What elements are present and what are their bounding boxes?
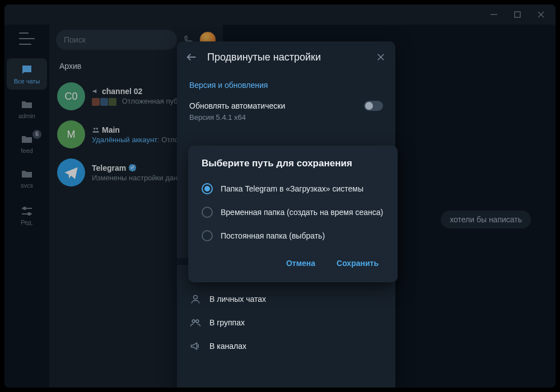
radio-label: Постоянная папка (выбрать) [221,231,325,240]
folder-badge: 6 [32,130,41,139]
svg-point-3 [24,207,26,209]
svg-point-8 [194,295,198,299]
radio-option-permanent[interactable]: Постоянная папка (выбрать) [190,224,395,248]
search-input[interactable]: Поиск [56,30,177,50]
folder-feed[interactable]: 6 feed [7,128,47,159]
svg-point-6 [94,127,96,129]
row-sub-version: Версия 5.4.1 x64 [177,113,395,129]
svg-point-5 [28,213,30,215]
svg-point-7 [96,127,99,129]
close-button[interactable] [374,50,388,64]
folder-icon [19,99,35,111]
radio-option-temp[interactable]: Временная папка (создать на время сеанса… [190,200,395,224]
radio-icon [202,183,213,194]
chat-avatar [57,158,85,186]
radio-option-downloads[interactable]: Папка Telegram в «Загрузках» системы [190,177,395,200]
archive-label: Архив [59,62,81,71]
folder-icon [19,168,35,180]
window-minimize-button[interactable] [483,7,505,22]
folder-label: svcs [21,182,33,189]
folder-all-chats[interactable]: Все чаты [7,58,47,90]
row-media-private[interactable]: В личных чатах [177,287,395,311]
empty-hint: хотели бы написать [441,211,531,228]
folder-sidebar: Все чаты admin 6 feed svcs [4,25,49,388]
svg-rect-1 [515,12,520,17]
row-label: В личных чатах [209,295,266,304]
save-button[interactable]: Сохранить [332,255,383,271]
radio-icon [202,230,213,241]
user-icon [189,293,202,305]
media-thumbnails [92,98,116,106]
megaphone-icon [92,87,100,95]
back-button[interactable] [185,50,198,64]
svg-point-10 [196,320,199,323]
svg-point-9 [192,320,195,323]
folder-admin[interactable]: admin [7,93,47,124]
window-titlebar [4,4,556,25]
dialog-actions: Отмена Сохранить [190,248,395,277]
sliders-icon [19,205,35,217]
panel-title: Продвинутые настройки [207,52,365,63]
chat-icon [19,64,35,76]
chat-subtitle-prefix: Удалённый аккаунт [92,136,157,144]
row-label: В каналах [209,342,246,351]
section-title-version: Версия и обновления [177,73,395,95]
window-close-button[interactable] [530,7,552,22]
chat-title-text: Main [102,125,120,134]
choose-save-path-dialog: Выберите путь для сохранения Папка Teleg… [188,146,398,282]
verified-icon [128,164,137,172]
row-media-channels[interactable]: В каналах [177,334,395,358]
row-label: В группах [209,318,245,327]
folder-edit[interactable]: Ред. [7,199,47,231]
folder-svcs[interactable]: svcs [7,162,47,194]
people-icon [92,126,100,134]
folder-label: Ред. [21,219,33,226]
radio-label: Временная папка (создать на время сеанса… [221,208,383,217]
radio-label: Папка Telegram в «Загрузках» системы [221,184,363,193]
chat-avatar: C0 [57,82,85,110]
group-icon [189,316,202,329]
svg-rect-0 [491,14,497,15]
hamburger-icon[interactable] [19,32,35,45]
toggle-auto-update[interactable] [364,101,383,111]
window-maximize-button[interactable] [506,7,529,22]
channel-icon [189,340,202,352]
chat-subtitle: Изменены настройки данных [92,174,190,182]
folder-label: feed [21,147,32,154]
folder-label: Все чаты [14,78,40,85]
hint-text: хотели бы написать [450,215,522,224]
dialog-title: Выберите путь для сохранения [190,158,395,177]
chat-title-text: Telegram [92,164,126,172]
chat-avatar: M [57,120,85,148]
app-window: Все чаты admin 6 feed svcs [4,4,556,388]
folder-label: admin [18,113,35,119]
radio-icon [202,207,213,218]
chat-title-text: channel 02 [102,87,142,96]
row-label: Обновлять автоматически [189,101,285,110]
panel-header: Продвинутые настройки [177,41,395,73]
row-media-groups[interactable]: В группах [177,311,395,334]
cancel-button[interactable]: Отмена [282,255,320,271]
search-placeholder: Поиск [64,35,86,44]
